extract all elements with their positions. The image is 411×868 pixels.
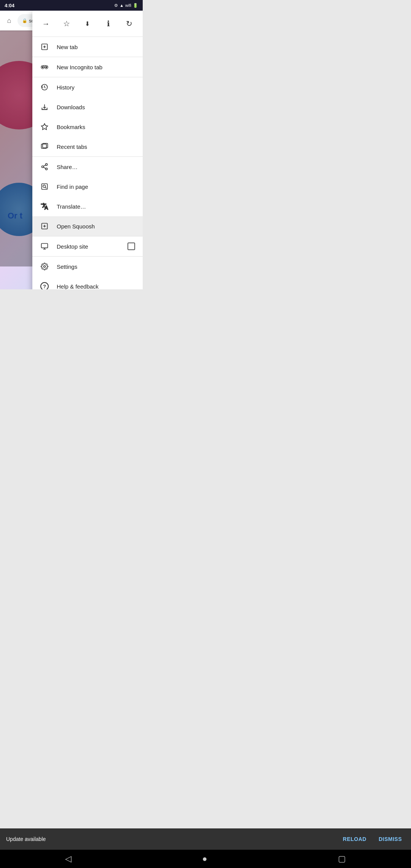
svg-line-16 <box>43 165 46 166</box>
forward-icon: → <box>42 19 49 28</box>
home-icon: ⌂ <box>7 17 11 25</box>
history-label: History <box>57 84 135 91</box>
wifi-icon: wifi <box>125 3 131 8</box>
new-tab-label: New tab <box>57 44 135 50</box>
desktop-site-icon <box>40 242 49 251</box>
svg-point-26 <box>44 266 46 268</box>
menu-item-help-feedback[interactable]: ? Help & feedback <box>32 276 143 289</box>
svg-line-15 <box>43 167 46 168</box>
svg-rect-23 <box>41 244 48 248</box>
svg-point-13 <box>42 166 44 168</box>
incognito-icon <box>40 62 49 72</box>
home-button[interactable]: ⌂ <box>3 14 15 27</box>
recent-tabs-label: Recent tabs <box>57 144 135 150</box>
status-time: 4:04 <box>5 3 14 8</box>
share-label: Share… <box>57 164 135 170</box>
desktop-site-label: Desktop site <box>57 243 120 250</box>
bookmarks-icon <box>40 122 49 131</box>
forward-button[interactable]: → <box>37 15 54 32</box>
menu-item-new-incognito[interactable]: New Incognito tab <box>32 57 143 77</box>
refresh-icon: ↻ <box>126 19 132 28</box>
menu-item-downloads[interactable]: Downloads <box>32 97 143 117</box>
svg-marker-9 <box>41 124 48 130</box>
status-icons: ⚙ ▲ wifi 🔋 <box>114 3 138 8</box>
svg-point-18 <box>43 185 46 188</box>
download-page-button[interactable]: ⬇ <box>79 15 96 32</box>
recent-tabs-icon <box>40 142 49 151</box>
lock-icon: 🔒 <box>22 18 27 23</box>
settings-icon: ⚙ <box>114 3 118 8</box>
status-bar: 4:04 ⚙ ▲ wifi 🔋 <box>0 0 143 11</box>
svg-point-14 <box>46 168 48 170</box>
menu-item-open-squoosh[interactable]: Open Squoosh <box>32 216 143 236</box>
settings-menu-icon <box>40 262 49 271</box>
find-in-page-icon <box>40 182 49 191</box>
refresh-button[interactable]: ↻ <box>121 15 138 32</box>
menu-item-settings[interactable]: Settings <box>32 257 143 276</box>
new-tab-icon <box>40 42 49 51</box>
settings-label: Settings <box>57 263 135 270</box>
svg-point-6 <box>46 67 47 68</box>
downloads-icon <box>40 102 49 112</box>
desktop-site-checkbox[interactable] <box>127 243 135 250</box>
svg-point-12 <box>46 164 48 166</box>
menu-item-recent-tabs[interactable]: Recent tabs <box>32 137 143 156</box>
history-icon <box>40 83 49 92</box>
menu-item-bookmarks[interactable]: Bookmarks <box>32 117 143 137</box>
translate-icon <box>40 202 49 211</box>
menu-item-share[interactable]: Share… <box>32 157 143 177</box>
new-incognito-label: New Incognito tab <box>57 64 135 70</box>
bookmarks-label: Bookmarks <box>57 124 135 130</box>
menu-item-desktop-site[interactable]: Desktop site <box>32 236 143 256</box>
downloads-label: Downloads <box>57 104 135 110</box>
help-circle-icon: ? <box>40 282 49 289</box>
help-icon: ? <box>40 282 49 289</box>
bookmark-button[interactable]: ☆ <box>58 15 75 32</box>
download-icon: ⬇ <box>85 20 90 27</box>
menu-item-new-tab[interactable]: New tab <box>32 37 143 57</box>
page-info-button[interactable]: ℹ <box>100 15 117 32</box>
open-squoosh-icon <box>40 222 49 231</box>
battery-icon: 🔋 <box>133 3 138 8</box>
open-squoosh-label: Open Squoosh <box>57 223 135 230</box>
svg-point-5 <box>42 67 43 68</box>
help-feedback-label: Help & feedback <box>57 283 135 290</box>
star-icon: ☆ <box>63 19 70 28</box>
svg-rect-17 <box>42 184 48 190</box>
menu-toolbar: → ☆ ⬇ ℹ ↻ <box>32 11 143 37</box>
menu-item-history[interactable]: History <box>32 77 143 97</box>
info-icon: ℹ <box>107 19 110 28</box>
signal-icon: ▲ <box>119 3 124 8</box>
translate-label: Translate… <box>57 203 135 210</box>
menu-item-find-in-page[interactable]: Find in page <box>32 177 143 196</box>
share-icon <box>40 162 49 171</box>
menu-item-translate[interactable]: Translate… <box>32 196 143 216</box>
find-in-page-label: Find in page <box>57 183 135 190</box>
svg-line-19 <box>45 187 46 188</box>
context-menu: → ☆ ⬇ ℹ ↻ New tab <box>32 11 143 289</box>
